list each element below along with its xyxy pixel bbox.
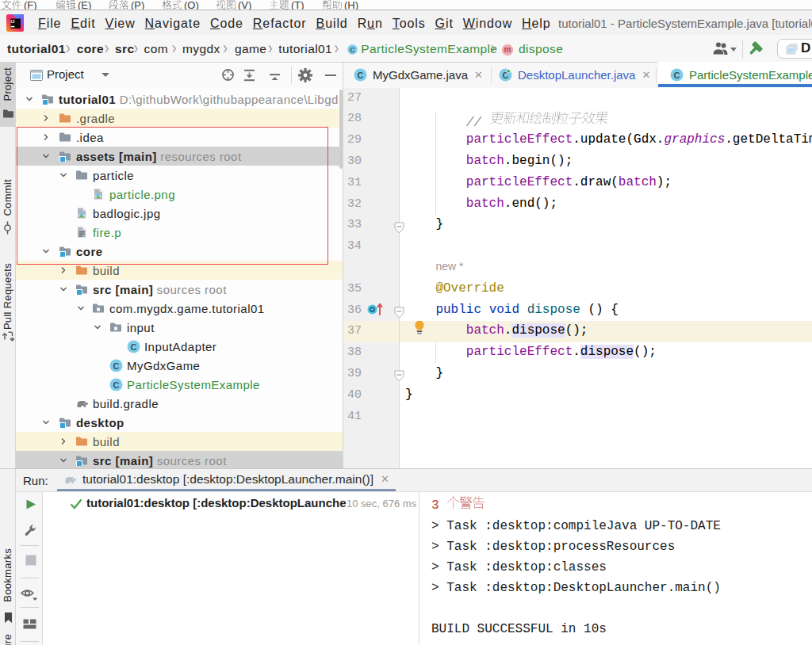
svg-text:C: C	[674, 70, 680, 79]
svg-text:IJ: IJ	[11, 19, 15, 24]
svg-text:C: C	[131, 342, 137, 352]
svg-text:C: C	[113, 380, 120, 390]
svg-text:m: m	[504, 45, 511, 54]
svg-text:C: C	[113, 361, 120, 371]
svg-text:C: C	[358, 70, 364, 79]
svg-text:C: C	[350, 46, 355, 54]
